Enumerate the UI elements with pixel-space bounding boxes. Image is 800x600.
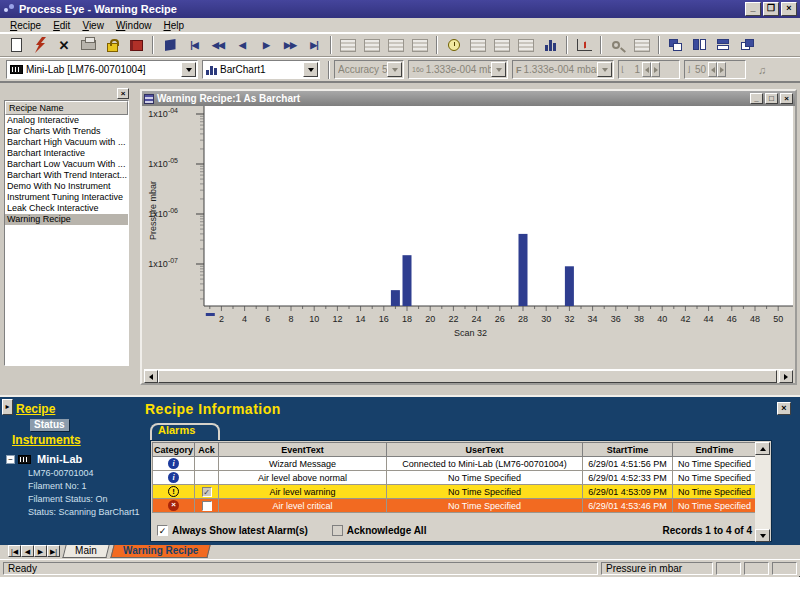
alarms-vertical-scrollbar[interactable] <box>755 442 770 542</box>
close-button[interactable]: × <box>781 2 797 16</box>
table-view-button[interactable] <box>631 35 653 55</box>
instrument-tree-root[interactable]: − Mini-Lab <box>6 453 144 465</box>
properties-button[interactable] <box>337 35 359 55</box>
recipe-pane-close-button[interactable]: × <box>117 88 129 99</box>
list-item[interactable]: Barchart Interactive <box>5 148 128 159</box>
dropdown-arrow-icon[interactable] <box>303 62 318 77</box>
tab-last-button[interactable]: ▶| <box>47 545 60 557</box>
tab-main[interactable]: Main <box>62 545 109 558</box>
list-item[interactable]: Warning Recipe <box>5 214 128 225</box>
table-row[interactable]: ×Air level criticalNo Time Specified6/29… <box>153 499 757 513</box>
chart-minimize-button[interactable]: _ <box>750 93 763 104</box>
stop-scan-button[interactable] <box>159 35 181 55</box>
timed-scan-button[interactable] <box>443 35 465 55</box>
tab-next-button[interactable]: ▶ <box>34 545 47 557</box>
run-recipe-button[interactable] <box>29 35 51 55</box>
zero-pressure-combo[interactable]: 16o 1.333e-004 mbar <box>408 60 508 79</box>
dropdown-arrow-icon[interactable] <box>387 62 402 77</box>
tab-warning-recipe[interactable]: Warning Recipe <box>110 545 210 558</box>
minimize-button[interactable]: _ <box>745 2 761 16</box>
spinner-down-icon[interactable] <box>708 62 717 77</box>
menu-help[interactable]: Help <box>157 19 190 32</box>
audio-alert-button[interactable]: ♫ <box>751 60 773 80</box>
nav-status-button[interactable]: Status <box>30 419 69 431</box>
layout-left-button[interactable] <box>385 35 407 55</box>
tree-collapse-icon[interactable]: − <box>6 455 15 464</box>
table-row[interactable]: iAir level above normalNo Time Specified… <box>153 471 757 485</box>
stop-recipe-button[interactable]: ✕ <box>53 35 75 55</box>
dropdown-arrow-icon[interactable] <box>597 62 612 77</box>
ack-checkbox[interactable] <box>202 501 212 511</box>
analog-view-button[interactable] <box>491 35 513 55</box>
arrange-windows-button[interactable] <box>737 35 759 55</box>
sidebar-toggle-button[interactable]: ▸ <box>2 399 13 415</box>
fast-forward-button[interactable]: ▶▶ <box>279 35 301 55</box>
fast-rewind-button[interactable]: ◀◀ <box>207 35 229 55</box>
spinner-down-icon[interactable] <box>642 62 651 77</box>
spinner-up-icon[interactable] <box>651 62 660 77</box>
security-button[interactable] <box>101 35 123 55</box>
help-book-button[interactable] <box>125 35 147 55</box>
print-button[interactable] <box>77 35 99 55</box>
scroll-right-icon[interactable] <box>779 370 793 383</box>
chart-combo[interactable]: BarChart1 <box>202 60 320 79</box>
list-item[interactable]: Instrument Tuning Interactive <box>5 192 128 203</box>
tile-vertical-button[interactable] <box>689 35 711 55</box>
tile-horizontal-button[interactable] <box>713 35 735 55</box>
list-item[interactable]: Analog Interactive <box>5 115 128 126</box>
ack-checkbox[interactable]: ✓ <box>202 487 212 497</box>
list-item[interactable]: Leak Check Interactive <box>5 203 128 214</box>
accuracy-combo[interactable]: Accuracy 5 <box>334 60 404 79</box>
tab-prev-button[interactable]: ◀ <box>21 545 34 557</box>
menu-edit[interactable]: Edit <box>47 19 76 32</box>
menu-view[interactable]: View <box>76 19 110 32</box>
recipe-list-header[interactable]: Recipe Name <box>5 101 128 115</box>
menu-recipe[interactable]: Recipe <box>4 19 47 32</box>
last-mass-spinner[interactable]: ⌋ 50 <box>684 60 746 79</box>
next-scan-button[interactable]: ▶ <box>255 35 277 55</box>
title-bar[interactable]: Process Eye - Warning Recipe _ ❐ × <box>0 0 800 18</box>
nav-recipe-link[interactable]: Recipe <box>16 402 55 416</box>
list-item[interactable]: Barchart Low Vacuum With ... <box>5 159 128 170</box>
grid-view-button[interactable] <box>361 35 383 55</box>
report-button[interactable] <box>467 35 489 55</box>
menu-window[interactable]: Window <box>110 19 158 32</box>
instrument-combo[interactable]: Mini-Lab [LM76-00701004] <box>6 60 198 79</box>
chart-window-title-bar[interactable]: Warning Recipe:1 As Barchart _ □ × <box>142 91 795 106</box>
scrollbar-thumb[interactable] <box>158 370 777 383</box>
spinner-up-icon[interactable] <box>717 62 726 77</box>
dropdown-arrow-icon[interactable] <box>491 62 506 77</box>
always-show-checkbox[interactable]: ✓ <box>157 525 168 536</box>
trend-chart-button[interactable] <box>573 35 595 55</box>
barchart-view-button[interactable] <box>539 35 561 55</box>
previous-scan-button[interactable]: ◀ <box>231 35 253 55</box>
scroll-up-icon[interactable] <box>755 442 770 455</box>
list-item[interactable]: Bar Charts With Trends <box>5 126 128 137</box>
cascade-windows-button[interactable] <box>665 35 687 55</box>
acknowledge-all-checkbox[interactable] <box>332 525 343 536</box>
list-item[interactable]: Barchart With Trend Interact... <box>5 170 128 181</box>
chart-horizontal-scrollbar[interactable] <box>144 369 793 383</box>
chart-maximize-button[interactable]: □ <box>765 93 778 104</box>
scroll-down-icon[interactable] <box>755 529 770 542</box>
last-scan-button[interactable]: ▶| <box>303 35 325 55</box>
list-item[interactable]: Demo With No Instrument <box>5 181 128 192</box>
nav-instruments-link[interactable]: Instruments <box>12 433 81 447</box>
list-item[interactable]: Barchart High Vacuum with ... <box>5 137 128 148</box>
search-key-button[interactable] <box>607 35 629 55</box>
tab-first-button[interactable]: |◀ <box>8 545 21 557</box>
scroll-left-icon[interactable] <box>144 370 158 383</box>
fullscale-pressure-combo[interactable]: F 1.333e-004 mbar <box>512 60 614 79</box>
recipe-information-close-button[interactable]: × <box>777 402 791 415</box>
instrument-name[interactable]: Mini-Lab <box>37 453 82 465</box>
first-mass-spinner[interactable]: ⌊ 1 <box>618 60 680 79</box>
tuning-view-button[interactable] <box>515 35 537 55</box>
dropdown-arrow-icon[interactable] <box>181 62 196 77</box>
layout-split-button[interactable] <box>409 35 431 55</box>
new-recipe-button[interactable] <box>5 35 27 55</box>
table-row[interactable]: !✓Air level warningNo Time Specified6/29… <box>153 485 757 499</box>
restore-button[interactable]: ❐ <box>763 2 779 16</box>
first-scan-button[interactable]: |◀ <box>183 35 205 55</box>
chart-close-button[interactable]: × <box>780 93 793 104</box>
table-row[interactable]: iWizard MessageConnected to Mini-Lab (LM… <box>153 457 757 471</box>
